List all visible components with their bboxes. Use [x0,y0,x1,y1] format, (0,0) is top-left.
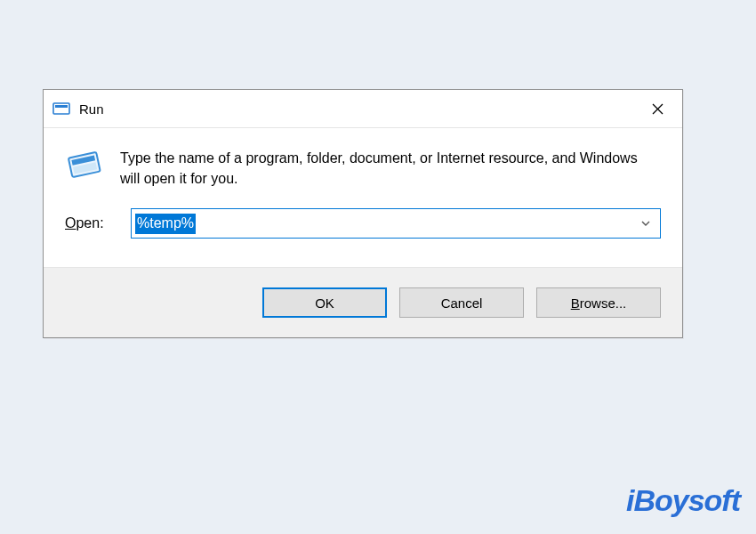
run-dialog-icon [52,100,70,117]
button-row: OK Cancel Browse... [44,267,682,337]
info-row: Type the name of a program, folder, docu… [65,146,661,189]
open-label: Open: [65,215,131,231]
dialog-description: Type the name of a program, folder, docu… [120,146,661,189]
close-button[interactable] [632,90,682,127]
svg-rect-1 [55,105,68,108]
svg-rect-0 [53,103,69,114]
open-input[interactable]: %temp% [132,214,631,234]
browse-button[interactable]: Browse... [536,287,661,318]
titlebar: Run [44,90,682,128]
open-row: Open: %temp% [65,208,661,239]
run-large-icon [65,146,104,185]
cancel-button[interactable]: Cancel [399,287,524,318]
chevron-down-icon[interactable] [631,218,660,229]
watermark-logo: iBoysoft [626,483,740,518]
run-dialog: Run Type the name of a program, folder, … [43,89,683,338]
ok-button[interactable]: OK [262,287,387,318]
open-combobox[interactable]: %temp% [131,208,661,239]
close-icon [652,103,664,115]
dialog-title: Run [79,101,104,117]
dialog-body: Type the name of a program, folder, docu… [44,128,682,267]
